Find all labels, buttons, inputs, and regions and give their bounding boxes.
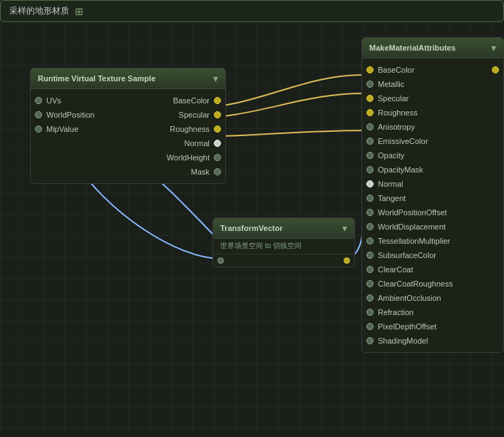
mma-port-shadingmodel: ShadingModel (362, 334, 503, 348)
mma-port-roughness: Roughness (362, 106, 503, 120)
mma-node-title: MakeMaterialAttributes (369, 43, 456, 52)
rvts-node: Runtime Virtual Texture Sample ▾ UVs Bas… (30, 68, 226, 184)
rvts-mipvalue-input-dot[interactable] (35, 125, 42, 133)
mma-opacitymask-input-dot[interactable] (366, 166, 374, 173)
top-node-icon: ⊞ (75, 6, 83, 17)
rvts-row-worldheight: WorldHeight (31, 150, 225, 165)
mma-normal-label: Normal (378, 180, 403, 188)
rvts-uvs-label: UVs (46, 96, 61, 105)
tv-node-subtitle: 世界场景空间 to 切线空间 (213, 239, 354, 255)
rvts-node-title: Runtime Virtual Texture Sample (38, 74, 155, 83)
mma-normal-input-dot[interactable] (366, 180, 374, 187)
mma-port-pixeldepthoffset: PixelDepthOffset (362, 319, 503, 334)
mma-opacitymask-label: OpacityMask (378, 165, 423, 174)
tv-node-title: TransformVector (220, 224, 282, 232)
mma-subsurfacecolor-input-dot[interactable] (366, 252, 374, 259)
mma-clearcoat-label: ClearCoat (378, 265, 413, 274)
mma-emissivecolor-input-dot[interactable] (366, 138, 374, 145)
mma-port-normal: Normal (362, 177, 503, 191)
mma-subsurfacecolor-label: SubsurfaceColor (378, 251, 436, 259)
rvts-row-worldposition: WorldPosition Specular (31, 108, 225, 122)
mma-refraction-label: Refraction (378, 308, 413, 317)
top-label-node: 采样的地形材质 ⊞ (0, 0, 504, 22)
mma-node-body: BaseColor Metallic Specular Roughness (362, 58, 503, 352)
mma-worldpositionoffset-label: WorldPositionOffset (378, 208, 447, 217)
rvts-worldheight-output-dot[interactable] (214, 154, 221, 161)
mma-ambientocclusion-label: AmbientOcclusion (378, 294, 441, 302)
mma-port-emissivecolor: EmissiveColor (362, 134, 503, 148)
mma-opacity-input-dot[interactable] (366, 152, 374, 159)
rvts-uvs-input-dot[interactable] (35, 97, 42, 104)
mma-port-worlddisplacement: WorldDisplacement (362, 220, 503, 234)
tv-output-dot[interactable] (344, 257, 350, 264)
mma-port-anisotropy: Anisotropy (362, 120, 503, 134)
mma-tessellationmultiplier-input-dot[interactable] (366, 237, 374, 245)
mma-clearcoat-input-dot[interactable] (366, 266, 374, 273)
rvts-row-mask: Mask (31, 165, 225, 179)
mma-specular-label: Specular (378, 94, 408, 103)
mma-metallic-input-dot[interactable] (366, 81, 374, 88)
tv-node-header[interactable]: TransformVector ▾ (213, 218, 354, 239)
mma-node-header[interactable]: MakeMaterialAttributes ▾ (362, 38, 503, 58)
mma-clearcoatroughness-input-dot[interactable] (366, 280, 374, 287)
mma-shadingmodel-label: ShadingModel (378, 336, 428, 345)
rvts-normal-label: Normal (185, 139, 210, 148)
rvts-normal-output-dot[interactable] (214, 140, 221, 147)
mma-port-specular: Specular (362, 91, 503, 106)
mma-anisotropy-label: Anisotropy (378, 123, 415, 131)
mma-metallic-label: Metallic (378, 80, 404, 88)
mma-basecolor-right-dot[interactable] (492, 66, 499, 73)
rvts-row-uvs: UVs BaseColor (31, 93, 225, 108)
mma-roughness-input-dot[interactable] (366, 109, 374, 116)
mma-port-opacitymask: OpacityMask (362, 163, 503, 177)
rvts-roughness-output-dot[interactable] (214, 125, 221, 133)
rvts-specular-label: Specular (179, 110, 210, 119)
rvts-worldposition-label: WorldPosition (46, 110, 95, 119)
mma-port-metallic: Metallic (362, 77, 503, 91)
mma-shadingmodel-input-dot[interactable] (366, 337, 374, 344)
mma-basecolor-input-dot[interactable] (366, 66, 374, 73)
mma-port-refraction: Refraction (362, 305, 503, 319)
tv-node-ports (213, 255, 354, 267)
mma-port-ambientocclusion: AmbientOcclusion (362, 291, 503, 305)
mma-worldpositionoffset-input-dot[interactable] (366, 209, 374, 216)
mma-port-tangent: Tangent (362, 191, 503, 205)
mma-tangent-label: Tangent (378, 194, 406, 202)
rvts-mask-output-dot[interactable] (214, 168, 221, 175)
rvts-worldposition-input-dot[interactable] (35, 111, 42, 118)
mma-ambientocclusion-input-dot[interactable] (366, 294, 374, 302)
rvts-mipvalue-label: MipValue (46, 125, 78, 133)
mma-port-opacity: Opacity (362, 148, 503, 163)
rvts-basecolor-label: BaseColor (173, 96, 210, 105)
mma-worlddisplacement-input-dot[interactable] (366, 223, 374, 230)
tv-input-dot[interactable] (217, 257, 224, 264)
mma-pixeldepthoffset-label: PixelDepthOffset (378, 322, 436, 331)
mma-tessellationmultiplier-label: TessellationMultiplier (378, 237, 451, 245)
mma-tangent-input-dot[interactable] (366, 195, 374, 202)
rvts-specular-output-dot[interactable] (214, 111, 221, 118)
rvts-basecolor-output-dot[interactable] (214, 97, 221, 104)
mma-basecolor-label: BaseColor (378, 66, 414, 74)
mma-anisotropy-input-dot[interactable] (366, 123, 374, 130)
mma-specular-input-dot[interactable] (366, 95, 374, 102)
rvts-expand-icon[interactable]: ▾ (213, 73, 218, 84)
tv-node: TransformVector ▾ 世界场景空间 to 切线空间 (212, 217, 355, 267)
top-node-label: 采样的地形材质 (9, 5, 69, 17)
rvts-worldheight-label: WorldHeight (167, 153, 210, 162)
rvts-row-normal: Normal (31, 136, 225, 150)
mma-expand-icon[interactable]: ▾ (491, 42, 496, 53)
mma-node: MakeMaterialAttributes ▾ BaseColor Metal… (361, 37, 504, 353)
rvts-roughness-label: Roughness (170, 125, 210, 133)
mma-emissivecolor-label: EmissiveColor (378, 137, 428, 145)
mma-port-clearcoat: ClearCoat (362, 262, 503, 277)
mma-refraction-input-dot[interactable] (366, 309, 374, 316)
mma-worlddisplacement-label: WorldDisplacement (378, 222, 446, 231)
rvts-mask-label: Mask (191, 168, 210, 176)
tv-expand-icon[interactable]: ▾ (342, 222, 347, 234)
mma-pixeldepthoffset-input-dot[interactable] (366, 323, 374, 330)
mma-port-tessellationmultiplier: TessellationMultiplier (362, 234, 503, 248)
mma-port-worldpositionoffset: WorldPositionOffset (362, 205, 503, 220)
mma-roughness-label: Roughness (378, 108, 418, 117)
mma-port-subsurfacecolor: SubsurfaceColor (362, 248, 503, 262)
rvts-node-header[interactable]: Runtime Virtual Texture Sample ▾ (31, 68, 225, 89)
